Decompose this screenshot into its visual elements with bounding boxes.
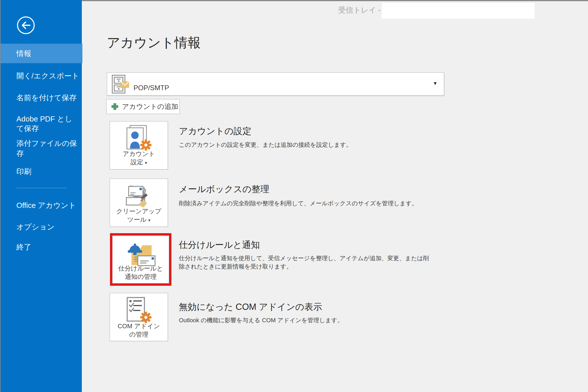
add-account-label: アカウントの追加: [122, 102, 178, 111]
account-selector-dropdown[interactable]: POP/SMTP ▼: [107, 72, 444, 96]
manage-rules-alerts-button-label: 仕分けルールと 通知の管理: [113, 264, 169, 281]
chevron-down-icon: ▼: [433, 81, 438, 86]
section-description: Outlook の機能に影響を与える COM アドインを管理します。: [179, 316, 343, 324]
dropdown-caret-icon: ▾: [148, 218, 150, 223]
manage-com-addins-button-label: COM アドイン の管理: [110, 322, 168, 339]
sidebar-item-save-attachments[interactable]: 添付ファイルの保存: [1, 143, 82, 154]
sidebar-item-label: Adobe PDF として保存: [16, 114, 74, 133]
rules-alerts-icon: [125, 239, 157, 268]
com-addins-icon: [126, 297, 152, 324]
sidebar-item-save-adobe-pdf[interactable]: Adobe PDF として保存: [1, 114, 82, 134]
mail-account-cabinet-icon: [112, 75, 129, 94]
section-description: 削除済みアイテムの完全削除や整理を利用して、メールボックスのサイズを管理します。: [179, 199, 418, 207]
cleanup-tools-button-label: クリーンアップ ツール ▾: [110, 207, 168, 224]
sidebar-item-label: Office アカウント: [16, 200, 76, 211]
plus-icon: [111, 103, 119, 110]
sidebar-item-open-export[interactable]: 開く/エクスポート: [1, 70, 82, 82]
sidebar-item-label: 情報: [16, 49, 31, 59]
sidebar-item-options[interactable]: オプション: [1, 221, 82, 233]
section-heading-rules-alerts: 仕分けルールと通知: [179, 239, 260, 251]
outlook-backstage-view: 情報 開く/エクスポート 名前を付けて保存 Adobe PDF として保存 添付…: [0, 0, 588, 392]
sidebar-item-exit[interactable]: 終了: [1, 241, 82, 253]
breadcrumb-inbox-label: 受信トレイ -: [293, 5, 381, 15]
manage-rules-alerts-button[interactable]: 仕分けルールと 通知の管理: [112, 235, 169, 283]
account-settings-icon: [126, 125, 152, 152]
backstage-sidebar: 情報 開く/エクスポート 名前を付けて保存 Adobe PDF として保存 添付…: [0, 0, 82, 392]
redacted-account-name-box: [382, 3, 535, 19]
section-heading-mailbox-cleanup: メールボックスの整理: [179, 183, 269, 195]
sidebar-item-label: 名前を付けて保存: [16, 93, 77, 103]
section-description: このアカウントの設定を変更、または追加の接続を設定します。: [179, 140, 352, 149]
sidebar-item-label: 開く/エクスポート: [16, 71, 79, 81]
section-heading-account-settings: アカウントの設定: [179, 125, 251, 137]
back-button[interactable]: [16, 16, 36, 35]
cleanup-tools-button[interactable]: クリーンアップ ツール ▾: [110, 179, 168, 227]
sidebar-item-label: 添付ファイルの保存: [16, 138, 82, 159]
sidebar-item-label: 印刷: [16, 167, 31, 177]
add-account-button[interactable]: アカウントの追加: [106, 99, 180, 114]
back-arrow-icon: [16, 16, 36, 35]
section-description: 仕分けルールと通知を使用して、受信メッセージを整理し、アイテムが追加、変更、また…: [179, 254, 429, 271]
sidebar-item-save-as[interactable]: 名前を付けて保存: [1, 92, 82, 103]
manage-com-addins-button[interactable]: COM アドイン の管理: [110, 293, 168, 341]
window-top-border: [82, 0, 588, 1]
page-title: アカウント情報: [107, 34, 201, 52]
account-settings-button-label: アカウント 設定 ▾: [110, 150, 168, 167]
account-settings-button[interactable]: アカウント 設定 ▾: [110, 121, 168, 169]
sidebar-item-label: オプション: [16, 222, 55, 232]
sidebar-item-info[interactable]: 情報: [1, 44, 82, 63]
section-heading-com-addins: 無効になった COM アドインの表示: [179, 301, 322, 313]
sidebar-divider: [16, 188, 67, 188]
sidebar-item-office-account[interactable]: Office アカウント: [1, 200, 82, 211]
sidebar-item-print[interactable]: 印刷: [1, 166, 82, 177]
sidebar-item-label: 終了: [16, 242, 31, 252]
cleanup-tools-icon: [125, 182, 153, 209]
account-protocol-label: POP/SMTP: [134, 84, 169, 92]
dropdown-caret-icon: ▾: [145, 160, 147, 165]
